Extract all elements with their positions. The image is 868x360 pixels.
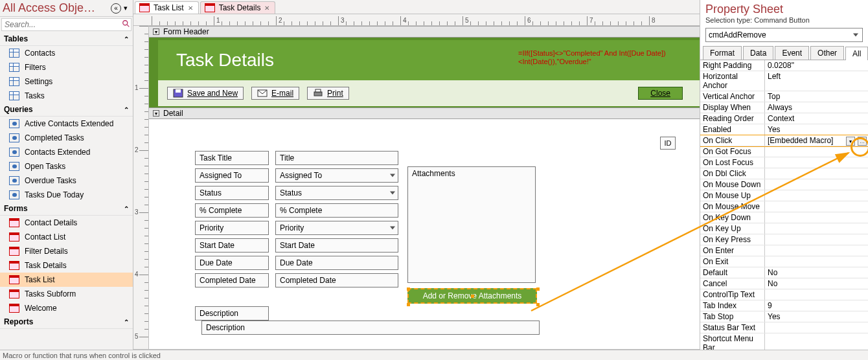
field-control[interactable]: Start Date bbox=[275, 238, 398, 253]
property-value[interactable] bbox=[765, 289, 868, 300]
property-value[interactable]: Context bbox=[765, 113, 868, 124]
property-row[interactable]: On Key Up bbox=[700, 223, 868, 234]
field-control[interactable]: % Complete bbox=[275, 203, 398, 218]
nav-search[interactable] bbox=[1, 18, 131, 31]
property-value[interactable]: No bbox=[765, 278, 868, 289]
document-tab[interactable]: Task Details✕ bbox=[200, 1, 276, 14]
property-row[interactable]: EnabledYes bbox=[700, 124, 868, 135]
property-value[interactable] bbox=[765, 322, 868, 333]
property-value[interactable] bbox=[765, 245, 868, 256]
property-row[interactable]: On Exit bbox=[700, 256, 868, 267]
property-row[interactable]: On Key Down bbox=[700, 212, 868, 223]
property-row[interactable]: Right Padding0.0208" bbox=[700, 60, 868, 71]
close-icon[interactable]: ✕ bbox=[264, 5, 269, 12]
field-control[interactable]: Due Date bbox=[275, 256, 398, 270]
field-control[interactable]: Priority bbox=[275, 221, 398, 235]
nav-item[interactable]: Settings bbox=[0, 74, 133, 89]
nav-item[interactable]: Task List bbox=[0, 273, 133, 287]
property-value[interactable] bbox=[765, 201, 868, 212]
field-label[interactable]: % Complete bbox=[195, 203, 269, 218]
property-row[interactable]: On Mouse Up bbox=[700, 190, 868, 201]
nav-item[interactable]: Contact List bbox=[0, 230, 133, 244]
print-button[interactable]: Print bbox=[307, 87, 349, 100]
save-and-new-button[interactable]: Save and New bbox=[167, 87, 244, 100]
property-value[interactable]: 9 bbox=[765, 300, 868, 311]
property-row[interactable]: Tab Index9 bbox=[700, 300, 868, 311]
property-value[interactable] bbox=[765, 168, 868, 179]
property-tab[interactable]: Other bbox=[810, 46, 844, 60]
field-label[interactable]: Due Date bbox=[195, 256, 269, 270]
nav-item[interactable]: Tasks bbox=[0, 89, 133, 103]
property-value[interactable] bbox=[765, 179, 868, 190]
property-row[interactable]: On Lost Focus bbox=[700, 157, 868, 168]
nav-item[interactable]: Tasks Due Today bbox=[0, 188, 133, 202]
field-label[interactable]: Completed Date bbox=[195, 273, 269, 287]
nav-menu-chevron-icon[interactable]: ▾ bbox=[121, 4, 130, 12]
search-input[interactable] bbox=[2, 19, 122, 30]
property-value[interactable] bbox=[765, 212, 868, 223]
field-label[interactable]: Task Title bbox=[195, 151, 269, 165]
property-value[interactable] bbox=[765, 157, 868, 168]
property-row[interactable]: Reading OrderContext bbox=[700, 113, 868, 124]
close-button[interactable]: Close bbox=[638, 87, 683, 100]
nav-section-reports[interactable]: Reports⌃ bbox=[0, 315, 133, 329]
property-row[interactable]: On Key Press bbox=[700, 234, 868, 245]
nav-item[interactable]: Open Tasks bbox=[0, 159, 133, 174]
property-value[interactable] bbox=[765, 190, 868, 201]
property-value[interactable]: 0.0208" bbox=[765, 60, 868, 71]
property-row[interactable]: CancelNo bbox=[700, 278, 868, 289]
property-value[interactable]: No bbox=[765, 267, 868, 278]
nav-item[interactable]: Active Contacts Extended bbox=[0, 117, 133, 131]
nav-collapse-icon[interactable]: « bbox=[111, 3, 121, 14]
property-value[interactable]: Yes bbox=[765, 124, 868, 135]
property-tab[interactable]: Event bbox=[775, 46, 809, 60]
nav-item[interactable]: Tasks Subform bbox=[0, 287, 133, 301]
property-row[interactable]: Tab StopYes bbox=[700, 311, 868, 322]
nav-item[interactable]: Filters bbox=[0, 60, 133, 74]
field-label[interactable]: Assigned To bbox=[195, 168, 269, 183]
field-label[interactable]: Start Date bbox=[195, 238, 269, 253]
property-value[interactable] bbox=[765, 234, 868, 245]
dropdown-icon[interactable]: ▾ bbox=[846, 137, 855, 146]
nav-item[interactable]: Task Details bbox=[0, 258, 133, 273]
cmd-add-remove-button[interactable]: Add or Remove Attachments bbox=[407, 288, 537, 304]
builder-button-icon[interactable]: … bbox=[858, 137, 867, 146]
property-row[interactable]: ControlTip Text bbox=[700, 289, 868, 300]
object-selector-combo[interactable]: cmdAddRemove bbox=[705, 28, 863, 42]
property-row[interactable]: On Got Focus bbox=[700, 146, 868, 157]
property-value[interactable]: Yes bbox=[765, 311, 868, 322]
field-control[interactable]: Completed Date bbox=[275, 273, 398, 287]
property-row[interactable]: On Mouse Down bbox=[700, 179, 868, 190]
nav-section-tables[interactable]: Tables⌃ bbox=[0, 32, 133, 46]
property-row[interactable]: Vertical AnchorTop bbox=[700, 91, 868, 102]
description-textbox[interactable]: Description bbox=[201, 321, 540, 335]
overdue-expression[interactable]: =IIf([Status]<>"Completed" And Int([Due … bbox=[518, 49, 687, 66]
property-row[interactable]: On Enter bbox=[700, 245, 868, 256]
email-button[interactable]: E-mail bbox=[251, 87, 299, 100]
property-value[interactable]: [Embedded Macro]▾… bbox=[765, 135, 868, 146]
field-control[interactable]: Assigned To bbox=[275, 168, 398, 183]
nav-item[interactable]: Completed Tasks bbox=[0, 131, 133, 145]
nav-item[interactable]: Contacts bbox=[0, 46, 133, 60]
property-row[interactable]: On Mouse Move bbox=[700, 201, 868, 212]
nav-item[interactable]: Filter Details bbox=[0, 244, 133, 258]
close-icon[interactable]: ✕ bbox=[188, 5, 193, 12]
attachments-control[interactable]: Attachments bbox=[407, 166, 536, 283]
nav-item[interactable]: Welcome bbox=[0, 301, 133, 315]
vertical-ruler[interactable]: 12345 bbox=[133, 26, 149, 349]
property-value[interactable]: Left bbox=[765, 71, 868, 91]
property-row[interactable]: Status Bar Text bbox=[700, 322, 868, 333]
horizontal-ruler[interactable]: 12345678 bbox=[133, 14, 700, 26]
section-toggle-icon[interactable]: ▾ bbox=[153, 110, 159, 117]
nav-item[interactable]: Overdue Tasks bbox=[0, 174, 133, 188]
field-label[interactable]: Status bbox=[195, 186, 269, 200]
property-row[interactable]: On Click[Embedded Macro]▾… bbox=[700, 135, 868, 146]
description-label[interactable]: Description bbox=[195, 306, 269, 321]
section-toggle-icon[interactable]: ▾ bbox=[153, 28, 159, 35]
property-row[interactable]: Horizontal AnchorLeft bbox=[700, 71, 868, 91]
property-value[interactable]: Always bbox=[765, 102, 868, 113]
property-row[interactable]: On Dbl Click bbox=[700, 168, 868, 179]
nav-section-forms[interactable]: Forms⌃ bbox=[0, 202, 133, 216]
id-textbox[interactable]: ID bbox=[660, 137, 676, 150]
property-tab[interactable]: Data bbox=[743, 46, 773, 60]
